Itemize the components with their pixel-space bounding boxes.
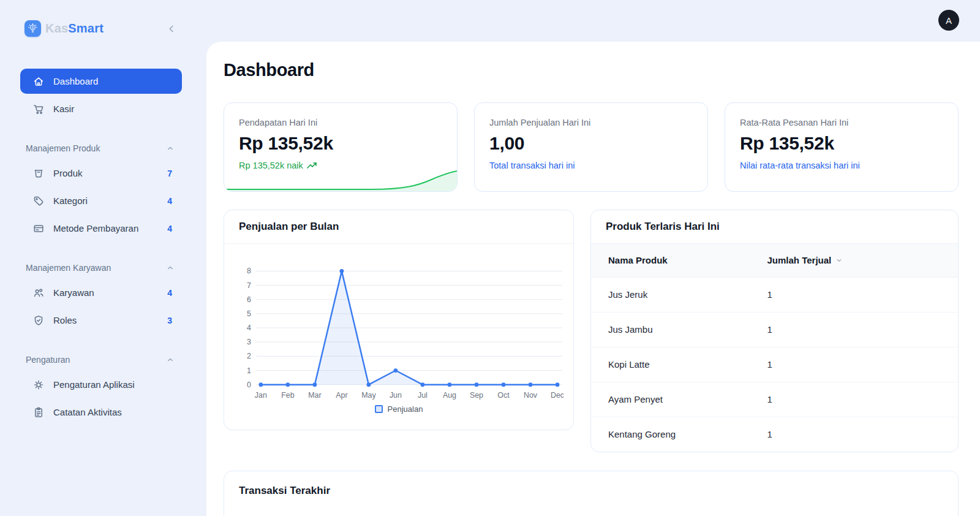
cell-product-name: Jus Jeruk bbox=[591, 277, 767, 312]
sidebar-nav: Dashboard Kasir Manajemen Produk Produk … bbox=[20, 69, 182, 425]
sidebar-item-label: Catatan Aktivitas bbox=[53, 407, 122, 417]
svg-text:Apr: Apr bbox=[336, 391, 347, 400]
cart-icon bbox=[32, 103, 45, 115]
svg-text:0: 0 bbox=[247, 381, 251, 389]
table-row: Kopi Latte1 bbox=[591, 347, 958, 382]
svg-text:7: 7 bbox=[247, 281, 251, 290]
stat-subtext: Total transaksi hari ini bbox=[489, 161, 693, 170]
sidebar-item-produk[interactable]: Produk 7 bbox=[20, 161, 182, 186]
logo: $ KasSmart bbox=[24, 20, 177, 37]
svg-text:6: 6 bbox=[247, 295, 251, 304]
svg-text:5: 5 bbox=[247, 309, 251, 318]
svg-text:Sep: Sep bbox=[470, 391, 483, 400]
sales-chart-card: Penjualan per Bulan 012345678JanFebMarAp… bbox=[224, 210, 574, 430]
top-products-table: Nama Produk Jumlah Terjual Jus Jeruk1 Ju… bbox=[591, 244, 958, 452]
sidebar-item-label: Kategori bbox=[53, 195, 88, 206]
stat-value: Rp 135,52k bbox=[239, 133, 442, 154]
svg-text:Jun: Jun bbox=[390, 391, 402, 400]
chart-body: 012345678JanFebMarAprMayJunJulAugSepOctN… bbox=[224, 244, 573, 430]
cell-product-name: Jus Jambu bbox=[591, 312, 767, 347]
transactions-title-row: Transaksi Terakhir bbox=[224, 471, 958, 510]
svg-text:2: 2 bbox=[247, 352, 251, 360]
sidebar-item-karyawan[interactable]: Karyawan 4 bbox=[20, 280, 182, 305]
svg-text:Oct: Oct bbox=[497, 391, 510, 400]
top-products-card: Produk Terlaris Hari Ini Nama Produk Jum… bbox=[590, 210, 959, 452]
sidebar-item-dashboard[interactable]: Dashboard bbox=[20, 69, 182, 94]
chevron-up-icon bbox=[165, 143, 175, 153]
sidebar-item-metode-pembayaran[interactable]: Metode Pembayaran 4 bbox=[20, 216, 182, 241]
table-row: Kentang Goreng1 bbox=[591, 417, 958, 452]
item-count-badge: 7 bbox=[167, 169, 172, 178]
top-products-title-row: Produk Terlaris Hari Ini bbox=[591, 210, 958, 244]
sidebar-section-pengaturan[interactable]: Pengaturan bbox=[26, 355, 175, 365]
sales-chart: 012345678JanFebMarAprMayJunJulAugSepOctN… bbox=[234, 261, 564, 403]
stat-value: Rp 135,52k bbox=[740, 133, 943, 154]
svg-text:Feb: Feb bbox=[281, 391, 295, 400]
section-label: Pengaturan bbox=[26, 355, 70, 365]
stat-subtext: Nilai rata-rata transaksi hari ini bbox=[740, 161, 943, 170]
svg-text:Dec: Dec bbox=[551, 391, 564, 400]
middle-row: Penjualan per Bulan 012345678JanFebMarAp… bbox=[224, 210, 959, 452]
main-content: Dashboard Pendapatan Hari Ini Rp 135,52k… bbox=[206, 42, 980, 516]
gear-icon bbox=[32, 379, 45, 391]
sidebar-item-kategori[interactable]: Kategori 4 bbox=[20, 188, 182, 213]
section-label: Manajemen Produk bbox=[26, 143, 100, 153]
sidebar-item-label: Kasir bbox=[53, 104, 74, 114]
stat-card-pendapatan: Pendapatan Hari Ini Rp 135,52k Rp 135,52… bbox=[224, 102, 458, 192]
users-icon bbox=[32, 287, 45, 299]
home-icon bbox=[32, 75, 45, 88]
svg-text:4: 4 bbox=[247, 324, 251, 332]
cell-qty: 1 bbox=[767, 382, 958, 417]
bulb-logo-icon: $ bbox=[24, 20, 41, 37]
sidebar-item-catatan-aktivitas[interactable]: Catatan Aktivitas bbox=[20, 400, 182, 425]
cell-qty: 1 bbox=[767, 277, 958, 312]
brand-name: KasSmart bbox=[45, 21, 104, 36]
table-header-row: Nama Produk Jumlah Terjual bbox=[591, 244, 958, 277]
column-header-jumlah-terjual: Jumlah Terjual bbox=[767, 244, 958, 277]
section-label: Manajemen Karyawan bbox=[26, 263, 111, 273]
cell-qty: 1 bbox=[767, 417, 958, 452]
cell-product-name: Kentang Goreng bbox=[591, 417, 767, 452]
svg-text:$: $ bbox=[32, 25, 34, 29]
stats-row: Pendapatan Hari Ini Rp 135,52k Rp 135,52… bbox=[224, 102, 959, 192]
stat-value: 1,00 bbox=[489, 133, 693, 154]
item-count-badge: 4 bbox=[167, 196, 172, 206]
shield-check-icon bbox=[32, 314, 45, 327]
stat-label: Pendapatan Hari Ini bbox=[239, 118, 442, 127]
sidebar-item-pengaturan-aplikasi[interactable]: Pengaturan Aplikasi bbox=[20, 372, 182, 397]
user-avatar[interactable]: A bbox=[938, 10, 959, 31]
box-icon bbox=[32, 167, 45, 180]
chevron-left-icon bbox=[166, 23, 177, 34]
table-row: Jus Jambu1 bbox=[591, 312, 958, 347]
svg-text:1: 1 bbox=[247, 366, 251, 375]
item-count-badge: 3 bbox=[167, 316, 172, 325]
stat-label: Jumlah Penjualan Hari Ini bbox=[489, 118, 693, 127]
sidebar-item-label: Roles bbox=[53, 315, 77, 325]
tag-icon bbox=[32, 195, 45, 207]
sidebar-item-label: Karyawan bbox=[53, 287, 94, 298]
cell-product-name: Ayam Penyet bbox=[591, 382, 767, 417]
cell-qty: 1 bbox=[767, 347, 958, 382]
stat-label: Rata-Rata Pesanan Hari Ini bbox=[740, 118, 943, 127]
column-header-nama-produk: Nama Produk bbox=[591, 244, 767, 277]
credit-card-icon bbox=[32, 222, 45, 235]
top-products-title: Produk Terlaris Hari Ini bbox=[606, 221, 720, 232]
column-header-label: Jumlah Terjual bbox=[767, 255, 832, 265]
sidebar-section-manajemen-produk[interactable]: Manajemen Produk bbox=[26, 143, 175, 153]
chart-legend: Penjualan bbox=[234, 403, 564, 423]
legend-swatch bbox=[375, 405, 383, 413]
svg-text:Nov: Nov bbox=[524, 391, 538, 400]
clipboard-icon bbox=[32, 406, 45, 419]
stat-card-jumlah-penjualan: Jumlah Penjualan Hari Ini 1,00 Total tra… bbox=[474, 102, 708, 192]
chart-title: Penjualan per Bulan bbox=[239, 221, 339, 232]
cell-qty: 1 bbox=[767, 312, 958, 347]
sidebar-collapse-button[interactable] bbox=[166, 23, 177, 34]
svg-text:Aug: Aug bbox=[443, 391, 456, 400]
sidebar-item-kasir[interactable]: Kasir bbox=[20, 96, 182, 121]
sidebar-item-roles[interactable]: Roles 3 bbox=[20, 308, 182, 333]
page-title: Dashboard bbox=[224, 60, 959, 80]
sidebar-section-manajemen-karyawan[interactable]: Manajemen Karyawan bbox=[26, 263, 175, 273]
sort-jumlah-terjual[interactable]: Jumlah Terjual bbox=[767, 255, 844, 265]
legend-label: Penjualan bbox=[388, 404, 423, 414]
transactions-title: Transaksi Terakhir bbox=[239, 485, 330, 496]
